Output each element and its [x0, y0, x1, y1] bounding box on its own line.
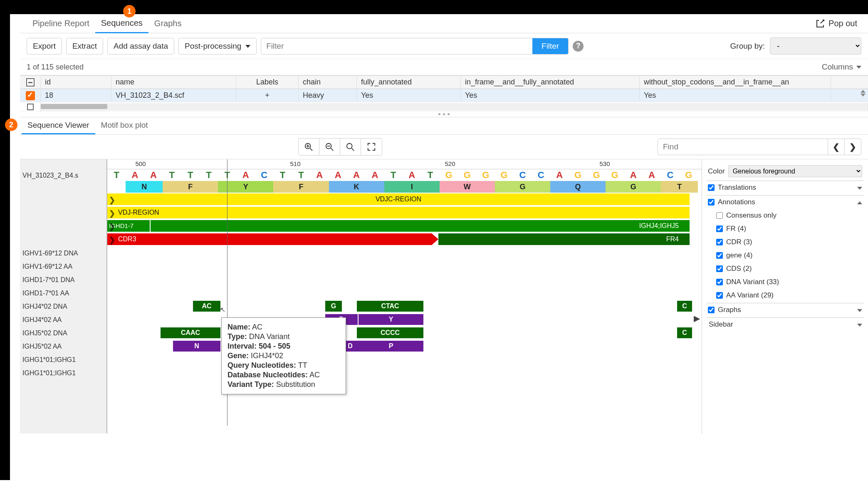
group-by-select[interactable]: -	[770, 37, 861, 54]
selection-bar: 1 of 115 selected Columns	[20, 59, 868, 75]
aa-F: F	[273, 181, 329, 193]
nt-A: A	[550, 169, 569, 181]
track-label: IGHV1-69*12 AA	[20, 259, 106, 272]
find-input[interactable]	[658, 139, 828, 155]
track-ighj5-02-dna: CAACCCCCC	[107, 327, 702, 339]
variant-block[interactable]: P	[359, 341, 423, 352]
table-vscroll[interactable]	[861, 90, 867, 97]
table-hscroll[interactable]	[41, 103, 868, 111]
tab-sequences[interactable]: Sequences	[95, 14, 148, 33]
annotations-toggle[interactable]	[708, 199, 715, 206]
vdj-region-bar: VDJ-REGION	[107, 207, 702, 219]
add-assay-data-button[interactable]: Add assay data	[107, 38, 174, 54]
zoom-controls	[298, 138, 382, 156]
find-next-button[interactable]: ❯	[844, 139, 861, 155]
col-id[interactable]: id	[41, 76, 111, 88]
sidebar-expand[interactable]	[857, 320, 862, 329]
nt-T: T	[181, 169, 200, 181]
nt-G: G	[606, 169, 624, 181]
variant-block[interactable]: C	[677, 327, 692, 338]
nt-T: T	[384, 169, 403, 181]
table-row[interactable]: 18 VH_31023_2_B4.scf + Heavy Yes Yes Yes	[20, 89, 868, 102]
group-by-label: Group by:	[730, 42, 765, 51]
nt-A: A	[237, 169, 255, 181]
dna-variant-toggle[interactable]	[716, 279, 723, 285]
variant-block[interactable]: C	[677, 301, 692, 312]
translations-toggle[interactable]	[708, 184, 715, 191]
gene-toggle[interactable]	[716, 252, 723, 259]
variant-block[interactable]: AC	[193, 301, 220, 312]
col-without-stop[interactable]: without_stop_codons__and__in_frame__an	[640, 76, 831, 88]
tab-sequence-viewer[interactable]: Sequence Viewer	[22, 117, 95, 134]
annotations-collapse[interactable]	[857, 198, 862, 206]
color-select[interactable]: Geneious foreground	[728, 165, 862, 177]
tab-pipeline-report[interactable]: Pipeline Report	[27, 15, 95, 32]
aa-T: T	[661, 181, 698, 193]
filter-button[interactable]: Filter	[532, 38, 568, 54]
panel-splitter[interactable]	[20, 111, 868, 117]
svg-point-7	[347, 144, 352, 149]
aa-Q: Q	[550, 181, 606, 193]
track-label: IGHG1*01;IGHG1	[20, 366, 106, 379]
sidebar-panel: Color Geneious foreground Translations A…	[702, 159, 868, 433]
nt-C: C	[661, 169, 679, 181]
zoom-in-icon[interactable]	[299, 139, 319, 155]
callout-1: 1	[123, 5, 136, 17]
columns-menu[interactable]: Columns	[822, 62, 861, 72]
fit-icon[interactable]	[361, 139, 382, 155]
post-processing-dropdown[interactable]: Post-processing	[178, 38, 257, 54]
nt-T: T	[107, 169, 126, 181]
sequence-canvas: VH_31023_2_B4.s IGHV1-69*12 DNAIGHV1-69*…	[20, 159, 702, 433]
extract-button[interactable]: Extract	[66, 38, 103, 54]
col-labels[interactable]: Labels	[236, 76, 299, 88]
track-label: IGHD1-7*01 DNA	[20, 272, 106, 286]
cell-labels-add[interactable]: +	[236, 89, 299, 102]
select-all-checkbox[interactable]	[20, 77, 41, 88]
filter-input[interactable]	[261, 38, 532, 54]
aa-variant-toggle[interactable]	[716, 292, 723, 299]
export-button[interactable]: Export	[27, 38, 62, 54]
col-chain[interactable]: chain	[299, 76, 357, 88]
col-in-frame[interactable]: in_frame__and__fully_annotated	[461, 76, 640, 88]
variant-block[interactable]: CTAC	[357, 301, 423, 312]
aa-G: G	[606, 181, 661, 193]
scroll-right-icon[interactable]: ▶	[694, 313, 700, 323]
nucleotide-row: TAATTTTACTTAAAATATGGGGCCAGGGAACG	[107, 169, 698, 181]
graphs-expand[interactable]	[857, 306, 862, 314]
ruler-tick: 520	[445, 160, 455, 167]
zoom-out-icon[interactable]	[319, 139, 340, 155]
variant-block[interactable]: CAAC	[161, 327, 220, 338]
cds-toggle[interactable]	[716, 265, 723, 272]
cell-frame: Yes	[461, 89, 640, 102]
variant-block[interactable]: Y	[359, 314, 423, 325]
col-name[interactable]: name	[111, 76, 236, 88]
tab-graphs[interactable]: Graphs	[148, 15, 188, 32]
popout-button[interactable]: Pop out	[811, 16, 861, 31]
nt-G: G	[569, 169, 587, 181]
nt-T: T	[421, 169, 439, 181]
fr-toggle[interactable]	[716, 225, 723, 232]
help-icon[interactable]: ?	[573, 41, 584, 52]
find-box: ❮ ❯	[658, 139, 861, 155]
variant-block[interactable]: G	[325, 301, 342, 312]
nt-G: G	[477, 169, 495, 181]
cell-stop: Yes	[640, 89, 831, 102]
tab-motif-box-plot[interactable]: Motif box plot	[95, 117, 154, 134]
track-label: IGHD1-7*01 AA	[20, 286, 106, 299]
cdr-toggle[interactable]	[716, 239, 723, 245]
nt-C: C	[532, 169, 550, 181]
row-checkbox-empty[interactable]	[20, 102, 41, 112]
variant-block[interactable]: N	[173, 341, 220, 352]
graphs-toggle[interactable]	[708, 307, 715, 313]
zoom-selection-icon[interactable]	[340, 139, 361, 155]
viewer-tab-bar: Sequence Viewer Motif box plot	[20, 117, 868, 135]
consensus-only-toggle[interactable]	[716, 212, 723, 219]
row-checkbox[interactable]	[20, 89, 41, 102]
aa-K: K	[329, 181, 384, 193]
find-prev-button[interactable]: ❮	[828, 139, 844, 155]
col-fully-annotated[interactable]: fully_annotated	[357, 76, 461, 88]
variant-block[interactable]: CCCC	[357, 327, 423, 338]
nt-C: C	[513, 169, 532, 181]
translations-expand[interactable]	[857, 183, 862, 192]
track-label: IGHJ4*02 AA	[20, 312, 106, 326]
